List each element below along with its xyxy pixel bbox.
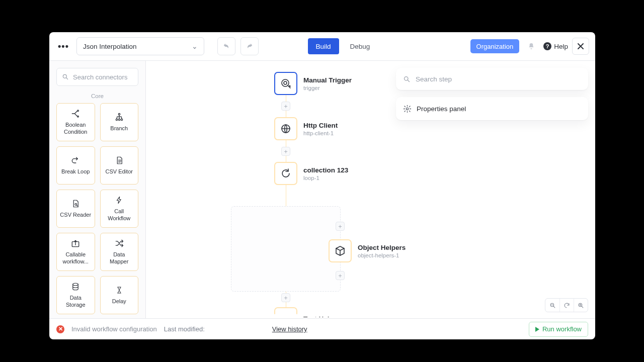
view-history-link[interactable]: View history: [272, 325, 307, 333]
right-panel: Search step Properties panel: [396, 68, 588, 120]
run-workflow-label: Run workflow: [542, 325, 582, 333]
connector-label: Call Workflow: [104, 208, 135, 222]
add-step-button[interactable]: ＋: [281, 147, 290, 156]
tab-build[interactable]: Build: [308, 38, 339, 54]
app-window: ••• Json Interpolation ⌄ Build Debug Org…: [49, 32, 595, 339]
close-button[interactable]: [572, 38, 589, 55]
properties-panel-header[interactable]: Properties panel: [396, 97, 588, 120]
connector-label: CSV Editor: [106, 168, 133, 175]
connector-label: Callable workflow...: [60, 251, 92, 265]
undo-icon: [222, 42, 230, 50]
more-menu-button[interactable]: •••: [55, 38, 71, 54]
node-icon-box: [274, 162, 297, 185]
close-icon: [578, 43, 584, 49]
connector-item[interactable]: CSV Editor: [100, 146, 139, 185]
mode-tabs: Build Debug: [308, 38, 377, 54]
sidebar-section-label: Core: [56, 93, 138, 99]
workflow-node[interactable]: Text Helpers: [274, 307, 344, 318]
search-connectors-placeholder: Search connectors: [73, 73, 127, 81]
node-title: Http Client: [303, 122, 338, 129]
error-text: Invalid workflow configuration: [71, 325, 157, 333]
workflow-node[interactable]: Manual Trigger trigger: [274, 72, 352, 95]
connector-item[interactable]: Call Workflow: [100, 190, 139, 228]
connector-item[interactable]: Boolean Condition: [56, 103, 95, 141]
bell-icon: [527, 42, 535, 50]
tree-icon: [114, 112, 124, 122]
connector-label: Data Storage: [60, 295, 92, 309]
workflow-dropdown[interactable]: Json Interpolation ⌄: [76, 37, 204, 55]
run-workflow-button[interactable]: Run workflow: [529, 322, 588, 337]
workflow-canvas[interactable]: ＋ ＋ ＋ ＋ ＋ Manual Trigger trigger Http Cl…: [146, 61, 595, 318]
zoom-controls: [545, 298, 588, 312]
node-icon-box: [274, 117, 297, 140]
refresh-icon: [564, 302, 570, 309]
zoom-out-icon: [549, 302, 556, 309]
add-step-button[interactable]: ＋: [281, 102, 290, 111]
search-icon: [62, 73, 69, 80]
organization-badge[interactable]: Organization: [470, 39, 520, 53]
node-text: Manual Trigger trigger: [303, 76, 352, 91]
add-step-button[interactable]: ＋: [281, 293, 290, 302]
zoom-in-button[interactable]: [574, 299, 588, 312]
database-icon: [71, 282, 80, 292]
chevron-down-icon: ⌄: [192, 42, 198, 50]
tab-debug[interactable]: Debug: [343, 38, 377, 54]
loop-container: [231, 206, 341, 292]
workflow-node[interactable]: collection 123 loop-1: [274, 162, 348, 185]
notifications-button[interactable]: [523, 38, 539, 54]
help-button[interactable]: ? Help: [543, 42, 568, 50]
connector-label: Delay: [112, 298, 126, 305]
node-text: Text Helpers: [303, 315, 344, 319]
return-arrow-icon: [70, 155, 80, 165]
connector-item[interactable]: Callable workflow...: [56, 233, 95, 271]
svg-point-0: [63, 74, 66, 78]
redo-button[interactable]: [240, 37, 259, 55]
connector-label: Boolean Condition: [60, 122, 92, 136]
connector-item[interactable]: CSV Reader: [56, 190, 95, 228]
search-step-input[interactable]: Search step: [396, 68, 588, 90]
search-connectors-input[interactable]: Search connectors: [56, 68, 138, 86]
connector-item[interactable]: Data Storage: [56, 276, 95, 314]
add-step-button[interactable]: ＋: [336, 271, 345, 280]
connector-item[interactable]: Delay: [100, 276, 139, 314]
connector-item[interactable]: Branch: [100, 103, 139, 141]
workflow-node[interactable]: Http Client http-client-1: [274, 117, 338, 140]
workflow-name: Json Interpolation: [83, 43, 137, 50]
node-icon-box: [329, 239, 352, 262]
node-text: Object Helpers object-helpers-1: [358, 244, 406, 258]
search-step-placeholder: Search step: [416, 75, 452, 83]
zoom-reset-button[interactable]: [559, 299, 574, 312]
question-icon: ?: [543, 42, 551, 50]
connector-item[interactable]: Break Loop: [56, 146, 95, 185]
connector-label: Data Mapper: [104, 251, 135, 265]
top-bar: ••• Json Interpolation ⌄ Build Debug Org…: [49, 32, 595, 61]
connector-grid: Boolean Condition Branch Break Loop CSV …: [56, 103, 138, 314]
bolt-icon: [115, 195, 123, 205]
svg-point-14: [406, 108, 408, 110]
undo-button[interactable]: [217, 37, 235, 55]
connector-item[interactable]: Data Mapper: [100, 233, 139, 271]
body: Search connectors Core Boolean Condition…: [49, 61, 595, 318]
play-icon: [535, 327, 539, 332]
node-subtitle: http-client-1: [303, 130, 338, 136]
svg-point-2: [77, 116, 79, 118]
zoom-out-button[interactable]: [545, 299, 559, 312]
redo-icon: [246, 42, 254, 50]
node-text: collection 123 loop-1: [303, 166, 348, 181]
node-subtitle: trigger: [303, 85, 352, 91]
search-icon: [403, 75, 411, 83]
svg-point-1: [77, 110, 79, 112]
workflow-node[interactable]: Object Helpers object-helpers-1: [329, 239, 406, 262]
last-modified-label: Last modified:: [164, 325, 205, 333]
hourglass-icon: [115, 285, 123, 295]
node-title: Text Helpers: [303, 315, 344, 319]
connector-label: Branch: [110, 125, 128, 132]
upload-box-icon: [70, 238, 80, 248]
svg-point-9: [73, 284, 78, 286]
node-subtitle: object-helpers-1: [358, 252, 406, 258]
file-lines-icon: [115, 155, 124, 165]
add-step-button[interactable]: ＋: [336, 222, 345, 231]
zoom-in-icon: [578, 302, 584, 309]
properties-panel-label: Properties panel: [417, 105, 466, 113]
connector-label: CSV Reader: [60, 212, 91, 219]
